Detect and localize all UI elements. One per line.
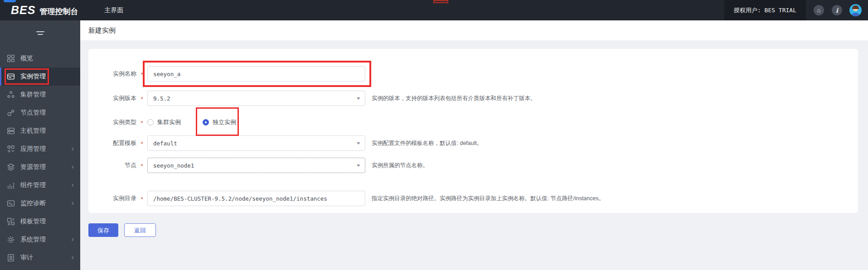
node-row: 节点*seeyon_node1▼实例所属的节点名称。 bbox=[88, 158, 858, 173]
node-label: 节点 bbox=[88, 161, 136, 169]
sidebar-item-label: 应用管理 bbox=[20, 145, 46, 153]
template-icon bbox=[7, 217, 15, 226]
licensed-user-badge: 授权用户: BES TRIAL bbox=[724, 0, 806, 20]
sidebar-item-system[interactable]: 系统管理› bbox=[0, 231, 80, 249]
user-avatar[interactable] bbox=[849, 4, 862, 16]
chevron-right-icon: › bbox=[71, 253, 74, 262]
avatar-body bbox=[851, 13, 860, 16]
chevron-right-icon: › bbox=[71, 144, 74, 153]
instance-type-label: 实例类型 bbox=[88, 118, 136, 126]
chevron-right-icon: › bbox=[71, 180, 74, 189]
header-right: 授权用户: BES TRIAL ⌂ i bbox=[724, 0, 868, 20]
sidebar-item-label: 模板管理 bbox=[20, 217, 46, 226]
content-area: 新建实例 实例名称*实例版本*9.5.2▼实例的版本，支持的版本列表包括所有介质… bbox=[80, 20, 868, 270]
instance-dir-label: 实例目录 bbox=[88, 194, 136, 202]
instance-name-input[interactable] bbox=[147, 66, 365, 82]
browser-fragment-blue bbox=[4, 0, 16, 2]
chevron-down-icon: ▼ bbox=[356, 141, 360, 145]
host-icon bbox=[7, 127, 15, 135]
instance-dir-help-text: 指定实例目录的绝对路径。实例路径为实例目录加上实例名称。默认值: 节点路径/in… bbox=[372, 195, 604, 202]
instance-version-control: 9.5.2▼ bbox=[147, 91, 365, 106]
home-icon[interactable]: ⌂ bbox=[814, 5, 824, 15]
sidebar: 概览实例管理集群管理节点管理主机管理应用管理›资源管理›组件管理›监控诊断›模板… bbox=[0, 20, 80, 270]
required-asterisk: * bbox=[136, 70, 147, 78]
instance-name-label: 实例名称 bbox=[88, 70, 136, 78]
sidebar-item-monitor[interactable]: 监控诊断› bbox=[0, 194, 80, 212]
node-value: seeyon_node1 bbox=[153, 162, 194, 169]
radio-cluster-instance[interactable]: 集群实例 bbox=[147, 118, 181, 126]
audit-icon bbox=[7, 254, 15, 262]
resource-icon bbox=[7, 163, 15, 171]
page-title: 新建实例 bbox=[88, 26, 116, 35]
sidebar-item-label: 审计 bbox=[20, 254, 33, 262]
sidebar-item-template[interactable]: 模板管理 bbox=[0, 212, 80, 231]
chevron-right-icon: › bbox=[71, 162, 74, 171]
sidebar-menu: 概览实例管理集群管理节点管理主机管理应用管理›资源管理›组件管理›监控诊断›模板… bbox=[0, 49, 80, 267]
overview-icon bbox=[7, 54, 15, 63]
sidebar-item-node[interactable]: 节点管理 bbox=[0, 104, 80, 122]
radio-circle bbox=[147, 119, 154, 125]
instance-type-control: 集群实例独立实例 bbox=[147, 115, 365, 130]
chevron-down-icon: ▼ bbox=[356, 163, 360, 168]
back-button[interactable]: 返回 bbox=[124, 223, 156, 237]
instance-dir-row: 实例目录*指定实例目录的绝对路径。实例路径为实例目录加上实例名称。默认值: 节点… bbox=[88, 191, 858, 206]
logo-title-text: 管理控制台 bbox=[39, 6, 78, 17]
chevron-right-icon: › bbox=[71, 235, 74, 244]
node-control: seeyon_node1▼ bbox=[147, 158, 365, 173]
titlebar: 新建实例 bbox=[80, 20, 868, 41]
instance-icon bbox=[7, 72, 15, 81]
sidebar-item-label: 节点管理 bbox=[20, 109, 46, 117]
sidebar-item-label: 监控诊断 bbox=[20, 199, 46, 207]
sidebar-item-host[interactable]: 主机管理 bbox=[0, 122, 80, 140]
config-template-row: 配置模板*default▼实例配置文件的模板名称，默认值: default。 bbox=[88, 135, 858, 151]
required-asterisk: * bbox=[136, 94, 147, 102]
sidebar-item-label: 概览 bbox=[20, 54, 33, 63]
config-template-control: default▼ bbox=[147, 135, 365, 151]
sidebar-item-audit[interactable]: 审计› bbox=[0, 249, 80, 267]
sidebar-item-resource[interactable]: 资源管理› bbox=[0, 158, 80, 176]
radio-standalone-instance[interactable]: 独立实例 bbox=[203, 118, 236, 126]
sidebar-collapse-icon[interactable] bbox=[36, 31, 80, 35]
nav-tab-main[interactable]: 主界面 bbox=[104, 6, 123, 14]
sidebar-item-label: 组件管理 bbox=[20, 181, 46, 189]
browser-fragment-red bbox=[433, 0, 448, 3]
sidebar-item-overview[interactable]: 概览 bbox=[0, 49, 80, 68]
instance-dir-input[interactable] bbox=[147, 191, 365, 206]
config-template-select[interactable]: default▼ bbox=[147, 135, 365, 151]
radio-label: 独立实例 bbox=[213, 118, 236, 126]
cluster-icon bbox=[7, 91, 15, 99]
sidebar-item-label: 系统管理 bbox=[20, 236, 46, 244]
save-button[interactable]: 保存 bbox=[88, 223, 118, 237]
system-icon bbox=[7, 236, 15, 244]
instance-dir-control bbox=[147, 191, 365, 206]
instance-version-select[interactable]: 9.5.2▼ bbox=[147, 91, 365, 106]
instance-version-help-text: 实例的版本，支持的版本列表包括所有介质版本和所有补丁版本。 bbox=[372, 95, 536, 102]
node-select[interactable]: seeyon_node1▼ bbox=[147, 158, 365, 173]
required-asterisk: * bbox=[136, 139, 147, 147]
sidebar-item-label: 资源管理 bbox=[20, 163, 46, 171]
node-help-text: 实例所属的节点名称。 bbox=[372, 162, 428, 169]
info-icon[interactable]: i bbox=[832, 5, 842, 15]
sidebar-item-component[interactable]: 组件管理› bbox=[0, 176, 80, 194]
config-template-label: 配置模板 bbox=[88, 139, 136, 147]
sidebar-item-label: 实例管理 bbox=[20, 72, 46, 81]
sidebar-item-app[interactable]: 应用管理› bbox=[0, 140, 80, 158]
instance-version-row: 实例版本*9.5.2▼实例的版本，支持的版本列表包括所有介质版本和所有补丁版本。 bbox=[88, 91, 858, 106]
sidebar-item-cluster[interactable]: 集群管理 bbox=[0, 86, 80, 104]
chevron-right-icon: › bbox=[71, 198, 74, 207]
required-asterisk: * bbox=[136, 194, 147, 202]
component-icon bbox=[7, 181, 15, 189]
radio-circle bbox=[203, 119, 209, 125]
form-card: 实例名称*实例版本*9.5.2▼实例的版本，支持的版本列表包括所有介质版本和所有… bbox=[88, 49, 858, 213]
instance-name-control bbox=[147, 66, 365, 82]
sidebar-item-instance[interactable]: 实例管理 bbox=[0, 68, 80, 86]
monitor-icon bbox=[7, 199, 15, 207]
config-template-help-text: 实例配置文件的模板名称，默认值: default。 bbox=[372, 140, 482, 147]
required-asterisk: * bbox=[136, 118, 147, 126]
app-icon bbox=[7, 145, 15, 153]
required-asterisk: * bbox=[136, 161, 147, 169]
node-icon bbox=[7, 109, 15, 117]
sidebar-item-label: 集群管理 bbox=[20, 91, 46, 99]
instance-version-value: 9.5.2 bbox=[153, 95, 170, 102]
sidebar-item-label: 主机管理 bbox=[20, 127, 46, 135]
